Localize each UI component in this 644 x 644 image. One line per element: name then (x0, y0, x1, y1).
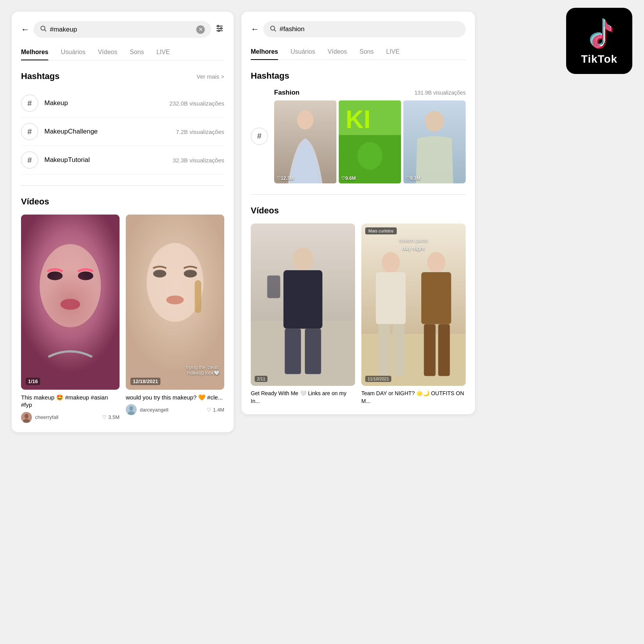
hashtags-title-right: Hashtags (251, 71, 289, 81)
search-icon-left (40, 25, 47, 34)
video-date-badge-fashion-2: 11/10/2021 (365, 376, 391, 382)
svg-point-18 (153, 270, 166, 278)
svg-point-10 (47, 271, 62, 280)
hashtag-item-makeup[interactable]: # Makeup 232.0B visualizações (21, 89, 224, 118)
tab-melhores-right[interactable]: Melhores (251, 48, 278, 60)
video-user-left-2: darceyangell (140, 407, 204, 413)
search-text-right: #fashion (280, 25, 459, 33)
svg-rect-38 (283, 270, 322, 329)
fashion-preview-2: KI ♡9.6M (339, 100, 401, 183)
video-thumb-left-2[interactable]: trying the 'clean' makeup look🤍 12/18/20… (126, 215, 224, 390)
svg-rect-49 (421, 272, 451, 324)
hashtag-item-fashion[interactable]: # Fashion 131.9B visualizações ♡12.3M (251, 89, 466, 183)
right-video-caption-1: Get Ready With Me 🤍 Links are on my In..… (251, 390, 355, 405)
heart-icon-left-2: ♡ (207, 407, 211, 413)
video-caption-left-2: would you try this makeup? 🧡 #cle... (126, 394, 224, 401)
avatar-darceyangell (126, 404, 137, 415)
svg-point-28 (297, 110, 314, 130)
back-button-left[interactable]: ← (21, 25, 30, 35)
fashion-video-thumb-1[interactable]: 2/11 (251, 223, 355, 386)
hashtag-name-makeupchal: MakeupChallenge (44, 128, 176, 135)
fashion-video-item-1: 2/11 Get Ready With Me 🤍 Links are on my… (251, 223, 355, 405)
tab-usuarios-right[interactable]: Usuários (290, 48, 315, 60)
svg-line-1 (44, 30, 46, 31)
video-likes-left-2: ♡ 1.4M (207, 407, 224, 413)
hashtag-item-makeuptut[interactable]: # MakeupTutorial 32.3B visualizações (21, 146, 224, 174)
video-caption-left-1: This makeup 🤩 #makeup #asian #fyp (21, 394, 120, 409)
tab-usuarios-left[interactable]: Usuários (61, 49, 85, 60)
divider-left (21, 185, 224, 186)
svg-point-25 (271, 26, 275, 30)
search-input-wrap-left[interactable]: #makeup ✕ (33, 21, 211, 38)
video-meta-left-2: darceyangell ♡ 1.4M (126, 404, 224, 415)
svg-point-32 (357, 142, 382, 170)
fashion-hash-info: Fashion 131.9B visualizações ♡12.3M (274, 89, 466, 183)
svg-point-23 (129, 406, 133, 411)
svg-rect-47 (393, 324, 405, 376)
hashtag-item-makeupchal[interactable]: # MakeupChallenge 7.2B visualizações (21, 118, 224, 146)
hash-icon-makeuptut: # (21, 151, 38, 169)
fashion-preview-1: ♡12.3M (274, 100, 336, 183)
video-item-left-1: 1/16 This makeup 🤩 #makeup #asian #fyp c… (21, 215, 120, 423)
right-video-caption-2: Team DAY or NIGHT? 🌟🌙 OUTFITS ON M... (361, 390, 466, 405)
tab-videos-right[interactable]: Vídeos (327, 48, 347, 60)
svg-point-6 (220, 28, 222, 29)
preview-likes-2: ♡9.6M (341, 176, 356, 181)
video-thumb-left-1[interactable]: 1/16 (21, 215, 120, 390)
svg-point-12 (60, 299, 80, 310)
video-date-badge-fashion-1: 2/11 (255, 376, 267, 382)
divider-right (251, 194, 466, 195)
right-video-info-2: Team DAY or NIGHT? 🌟🌙 OUTFITS ON M... (361, 390, 466, 405)
tab-melhores-left[interactable]: Melhores (21, 49, 48, 60)
tab-live-left[interactable]: LIVE (157, 49, 170, 60)
svg-point-19 (184, 270, 197, 278)
heart-icon-left-1: ♡ (102, 414, 107, 420)
svg-point-48 (427, 252, 445, 273)
video-grid-left: 1/16 This makeup 🤩 #makeup #asian #fyp c… (21, 215, 224, 423)
back-button-right[interactable]: ← (251, 24, 259, 34)
video-overlay-left-1: 1/16 (26, 378, 40, 385)
svg-rect-50 (424, 324, 436, 376)
search-input-wrap-right[interactable]: #fashion (263, 21, 466, 37)
svg-point-20 (166, 296, 184, 304)
video-info-left-2: would you try this makeup? 🧡 #cle... dar… (126, 394, 224, 415)
svg-rect-40 (305, 329, 321, 374)
hashtag-name-makeup: Makeup (44, 99, 169, 107)
clear-button-left[interactable]: ✕ (196, 25, 205, 34)
ver-mais-button-left[interactable]: Ver mais > (197, 73, 224, 80)
hash-icon-makeupchal: # (21, 123, 38, 140)
left-search-panel: ← #makeup ✕ Melhores Usuários Vídeos Son… (12, 12, 234, 432)
preview-likes-1: ♡12.3M (276, 176, 294, 181)
tiktok-logo: TikTok (566, 8, 632, 74)
right-video-info-1: Get Ready With Me 🤍 Links are on my In..… (251, 390, 355, 405)
video-item-left-2: trying the 'clean' makeup look🤍 12/18/20… (126, 215, 224, 423)
svg-rect-8 (21, 215, 120, 390)
mais-curtidos-badge: Mais curtidos (365, 227, 397, 234)
svg-rect-41 (267, 276, 280, 298)
tab-videos-left[interactable]: Vídeos (98, 49, 117, 60)
hashtag-name-makeuptut: MakeupTutorial (44, 156, 172, 164)
tab-sons-right[interactable]: Sons (359, 48, 373, 60)
hashtags-header-left: Hashtags Ver mais > (21, 71, 224, 81)
svg-point-0 (41, 26, 45, 30)
fashion-video-item-2: Mais curtidos stretch pants day night 11… (361, 223, 466, 405)
tab-sons-left[interactable]: Sons (130, 49, 144, 60)
video-meta-left-1: cheerryfall ♡ 3.5M (21, 412, 120, 423)
svg-rect-39 (285, 329, 301, 374)
video-overlay-left-2: 12/18/2021 (130, 378, 160, 385)
filter-icon-left[interactable] (215, 24, 224, 35)
svg-rect-45 (376, 272, 406, 324)
hashtag-views-makeuptut: 32.3B visualizações (172, 157, 224, 164)
search-bar-right: ← #fashion (251, 21, 466, 37)
tabs-left: Melhores Usuários Vídeos Sons LIVE (21, 49, 224, 60)
fashion-video-thumb-2[interactable]: Mais curtidos stretch pants day night 11… (361, 223, 466, 386)
svg-point-44 (382, 252, 400, 273)
tab-live-right[interactable]: LIVE (386, 48, 400, 60)
fashion-preview-grid: ♡12.3M KI ♡9.6M (274, 100, 466, 183)
preview-likes-3: ♡9.3M (406, 176, 421, 181)
tiktok-brand-name: TikTok (581, 53, 618, 65)
right-search-panel: ← #fashion Melhores Usuários Vídeos Sons… (241, 12, 475, 414)
svg-point-11 (78, 271, 93, 280)
tiktok-icon-shape (582, 16, 617, 51)
svg-rect-51 (438, 324, 450, 376)
